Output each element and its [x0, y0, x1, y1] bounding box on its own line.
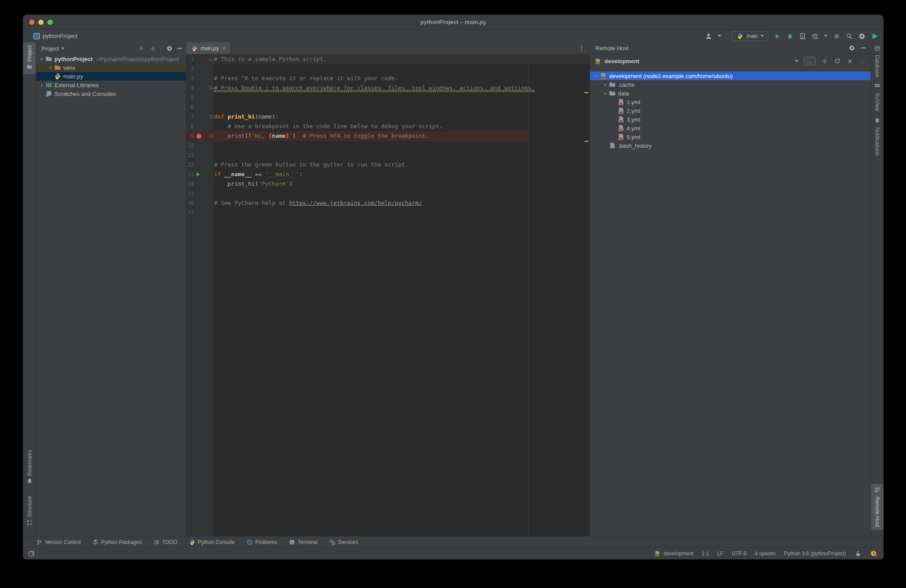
- close-window-button[interactable]: [29, 20, 34, 25]
- tree-row-2-yml[interactable]: YML2.yml: [590, 106, 871, 115]
- tree-row--bash-history[interactable]: ?.bash_history: [590, 141, 871, 150]
- line-number[interactable]: 10: [186, 141, 194, 150]
- zoom-window-button[interactable]: [48, 20, 53, 25]
- run-configuration-select[interactable]: main: [732, 31, 768, 41]
- hide-panel-icon[interactable]: [177, 48, 182, 49]
- chevron-right-icon[interactable]: [38, 82, 45, 88]
- code-line-13[interactable]: 13if __name__ == '__main__':: [186, 170, 590, 179]
- code-line-3[interactable]: 3# Press ^R to execute it or replace it …: [186, 74, 590, 83]
- fold-marker-icon[interactable]: [209, 58, 213, 61]
- tree-row-main-py[interactable]: main.py: [36, 72, 186, 81]
- code-line-7[interactable]: 7def print_hi(name):: [186, 112, 590, 122]
- line-number[interactable]: 16: [186, 198, 194, 208]
- code-line-8[interactable]: 8 # Use a breakpoint in the code line be…: [186, 122, 590, 131]
- code-editor[interactable]: 1 1# This is a sample Python script.23# …: [186, 54, 590, 536]
- ide-gradient-icon[interactable]: [871, 32, 878, 40]
- tree-row-scratches-and-consoles[interactable]: Scratches and Consoles: [36, 89, 186, 98]
- tree-row-venv[interactable]: venv: [36, 63, 186, 72]
- code-line-11[interactable]: 11: [186, 150, 590, 160]
- tree-row-1-yml[interactable]: YML1.yml: [590, 98, 871, 106]
- sync-clock-icon[interactable]: [870, 550, 877, 557]
- chevron-right-icon[interactable]: [47, 64, 54, 71]
- run-line-icon[interactable]: [197, 172, 200, 177]
- server-dropdown-caret[interactable]: [795, 60, 798, 62]
- toolwindow-tab-database[interactable]: Database: [871, 42, 883, 80]
- project-view-caret[interactable]: [61, 48, 64, 50]
- toolwindow-button-problems[interactable]: Problems: [247, 539, 278, 545]
- tree-row-pythonproject[interactable]: pythonProject~/PycharmProjects/pythonPro…: [36, 54, 186, 63]
- line-number[interactable]: 4: [186, 83, 194, 93]
- expand-all-icon[interactable]: [137, 45, 145, 52]
- toolwindow-button-version-control[interactable]: Version Control: [36, 539, 81, 545]
- code-line-9[interactable]: 9 print(f'Hi, {name}') # Press ⌘F8 to to…: [186, 131, 528, 141]
- code-line-12[interactable]: 12# Press the green button in the gutter…: [186, 160, 590, 170]
- collapse-all-icon[interactable]: [149, 45, 156, 52]
- code-line-16[interactable]: 16# See PyCharm help at https://www.jetb…: [186, 198, 590, 208]
- line-number[interactable]: 9: [186, 131, 194, 141]
- code-line-14[interactable]: 14 print_hi('PyCharm'): [186, 179, 590, 189]
- toolwindow-button-terminal[interactable]: Terminal: [289, 539, 317, 545]
- toolwindow-button-services[interactable]: Services: [329, 539, 358, 545]
- toolwindow-button-python-packages[interactable]: Python Packages: [92, 539, 142, 545]
- code-line-17[interactable]: 17: [186, 208, 590, 218]
- toolwindow-button-python-console[interactable]: Python Console: [189, 539, 235, 545]
- status-line-ending[interactable]: LF: [717, 551, 723, 557]
- toolwindow-tab-notifications[interactable]: Notifications: [871, 115, 883, 159]
- panel-settings-gear-icon[interactable]: [166, 45, 173, 52]
- debug-button[interactable]: [786, 32, 794, 40]
- line-number[interactable]: 15: [186, 189, 194, 198]
- line-number[interactable]: 2: [186, 64, 194, 74]
- toolwindow-tab-project[interactable]: Project: [23, 42, 36, 74]
- server-config-button[interactable]: ...: [804, 57, 816, 65]
- hide-remote-panel-icon[interactable]: [861, 48, 865, 48]
- code-line-6[interactable]: 6: [186, 102, 590, 112]
- remote-server-select[interactable]: SFTP development: [594, 58, 639, 65]
- line-number[interactable]: 6: [186, 102, 194, 112]
- toolwindow-tab-structure[interactable]: Structure: [23, 493, 36, 530]
- run-coverage-button[interactable]: [799, 32, 806, 40]
- code-line-5[interactable]: 5: [186, 93, 590, 102]
- line-number[interactable]: 17: [186, 208, 194, 218]
- line-number[interactable]: 11: [186, 150, 194, 160]
- status-encoding[interactable]: UTF-8: [732, 551, 747, 557]
- editor-tab-main-py[interactable]: main.py ×: [186, 42, 230, 54]
- tree-row-external-libraries[interactable]: External Libraries: [36, 81, 186, 89]
- line-number[interactable]: 7: [186, 112, 194, 122]
- tree-row-4-yml[interactable]: YML4.yml: [590, 124, 871, 133]
- tree-row-development-node2-example-com-home-ubuntu-[interactable]: SFTPdevelopment (node2.example.com/home/…: [590, 71, 871, 80]
- fold-marker-icon[interactable]: [209, 86, 213, 90]
- chevron-down-icon[interactable]: [601, 90, 609, 97]
- user-dropdown-caret[interactable]: [718, 35, 721, 37]
- status-interpreter[interactable]: Python 3.8 (pythonProject): [784, 551, 846, 557]
- remote-settings-gear-icon[interactable]: [848, 44, 855, 52]
- settings-gear-icon[interactable]: [858, 32, 865, 40]
- remote-collapse-all-icon[interactable]: [821, 58, 828, 65]
- profiler-button[interactable]: [811, 32, 819, 40]
- line-number[interactable]: 1: [186, 54, 194, 64]
- chevron-right-icon[interactable]: [601, 81, 609, 88]
- line-number[interactable]: 3: [186, 74, 194, 83]
- toolwindow-tab-remote-host[interactable]: Remote Host: [871, 484, 883, 530]
- refresh-icon[interactable]: [834, 58, 841, 65]
- status-remote-host[interactable]: SFTP development: [654, 550, 693, 557]
- traffic-lights[interactable]: [29, 20, 53, 25]
- tree-row-data[interactable]: data: [590, 89, 871, 98]
- breakpoint-icon[interactable]: [197, 134, 201, 139]
- code-line-4[interactable]: 4# Press Double ⇧ to search everywhere f…: [186, 83, 590, 93]
- lock-icon[interactable]: [854, 550, 862, 557]
- code-line-2[interactable]: 2: [186, 64, 590, 74]
- toolwindow-tab-bookmarks[interactable]: Bookmarks: [23, 447, 36, 489]
- chevron-down-icon[interactable]: [38, 55, 45, 62]
- toolwindow-button-todo[interactable]: TODO: [153, 539, 177, 545]
- status-caret-position[interactable]: 1:1: [702, 551, 709, 557]
- fold-marker-icon[interactable]: [209, 134, 213, 138]
- code-line-15[interactable]: 15: [186, 189, 590, 198]
- line-number[interactable]: 13: [186, 170, 194, 179]
- line-number[interactable]: 8: [186, 122, 194, 131]
- toolwindow-tab-sciview[interactable]: SciView: [871, 80, 883, 114]
- tree-row-3-yml[interactable]: YML3.yml: [590, 115, 871, 124]
- fold-marker-icon[interactable]: [209, 115, 213, 119]
- tree-row-5-yml[interactable]: YML5.yml: [590, 133, 871, 141]
- user-account-icon[interactable]: [705, 32, 713, 40]
- line-number[interactable]: 5: [186, 93, 194, 102]
